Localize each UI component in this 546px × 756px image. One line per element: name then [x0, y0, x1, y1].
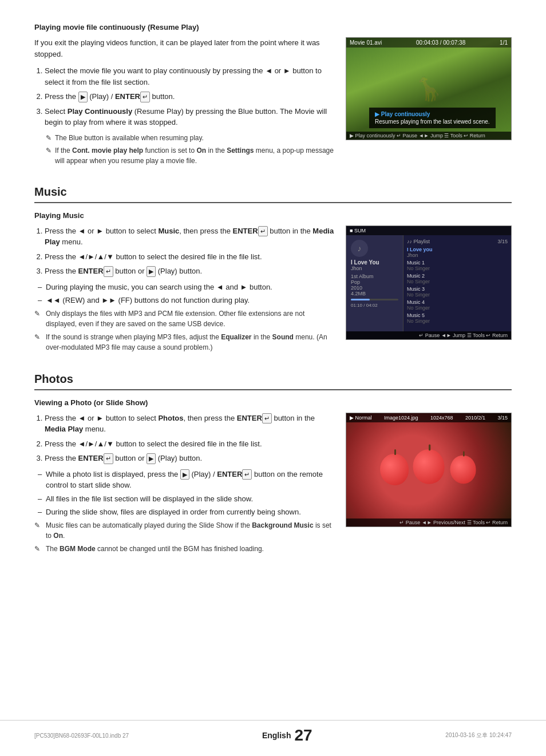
music-playlist-title-3: Music 2	[407, 273, 508, 279]
music-playlist-item-4: Music 3 No Singer	[407, 286, 508, 298]
music-playlist-sub-3: No Singer	[407, 279, 508, 284]
movie-screen-bar: Movie 01.avi 00:04:03 / 00:07:38 1/1	[346, 38, 511, 48]
music-note-visual: ♪	[351, 240, 368, 257]
music-playlist-item-3: Music 2 No Singer	[407, 273, 508, 284]
music-playlist-item-6: Music 5 No Singer	[407, 312, 508, 324]
photos-dash-1: While a photo list is displayed, press t…	[34, 469, 334, 491]
music-playlist-sub-2: No Singer	[407, 266, 508, 271]
movie-note-2: If the Cont. movie play help function is…	[34, 145, 334, 166]
photo-controls: ↵ Pause ◄► Previous/Next ☰ Tools ↩ Retur…	[399, 520, 508, 525]
music-playlist-title-1: I Love you	[407, 247, 508, 252]
movie-intro: If you exit the playing videos function,…	[34, 37, 334, 60]
music-playlist-title-5: Music 4	[407, 299, 508, 305]
music-dash-1: During playing the music, you can search…	[34, 282, 334, 293]
music-section-title: Music	[34, 185, 512, 203]
music-steps-list: Press the ◄ or ► button to select Music,…	[34, 225, 334, 277]
photos-section-title: Photos	[34, 373, 512, 390]
photos-dash-3: During the slide show, files are display…	[34, 506, 334, 518]
play-icon3: ▶	[147, 453, 156, 464]
music-playlist-counter: 3/15	[497, 239, 508, 244]
movie-step-3: Select Play Continuously (Resume Play) b…	[45, 106, 334, 128]
movie-popup-title: ▶ Play continuously	[375, 111, 490, 117]
footer-timestamp: 2010-03-16 오후 10:24:47	[445, 731, 512, 739]
music-screen: ■ SUM ♪ I Love You Jhon 1st Album Pop 20…	[346, 225, 512, 340]
photo-date: 2010/2/1	[465, 415, 485, 421]
movie-step-2: Press the ▶ (Play) / ENTER↵ button.	[45, 91, 334, 102]
music-size: 4.2MB	[351, 291, 398, 296]
photos-dash-2: All files in the file list section will …	[34, 493, 334, 505]
music-sum-label: ■ SUM	[350, 228, 366, 233]
music-note-1: Only displays the files with MP3 and PCM…	[34, 308, 334, 329]
photos-steps-list: Press the ◄ or ► button to select Photos…	[34, 413, 334, 464]
page-number: 27	[294, 726, 312, 745]
music-bottom-bar: ↵ Pause ◄► Jump ☰ Tools ↩ Return	[346, 331, 511, 339]
apple-1	[380, 454, 409, 485]
music-time: 01:10 / 04:02	[351, 303, 398, 308]
photo-filename: Image1024.jpg	[384, 415, 418, 421]
music-left-panel: ♪ I Love You Jhon 1st Album Pop 2010 4.2…	[346, 235, 403, 331]
music-dash-2: ◄◄ (REW) and ►► (FF) buttons do not func…	[34, 295, 334, 306]
music-screen-top: ■ SUM	[346, 226, 511, 235]
music-title: I Love You	[351, 259, 398, 266]
music-screenshot: ■ SUM ♪ I Love You Jhon 1st Album Pop 20…	[346, 225, 512, 355]
page-footer: [PC530]BN68-02693F-00L10.indb 27 English…	[0, 720, 546, 745]
movie-screen: Movie 01.avi 00:04:03 / 00:07:38 1/1 🦒 ▶…	[346, 37, 512, 140]
music-step-3: Press the ENTER↵ button or ▶ (Play) butt…	[45, 266, 334, 277]
music-step-1: Press the ◄ or ► button to select Music,…	[45, 225, 334, 248]
movie-note-1: The Blue button is available when resumi…	[34, 133, 334, 143]
photo-screen: ▶ Normal Image1024.jpg 1024x768 2010/2/1…	[346, 413, 512, 527]
movie-popup-text: Resumes playing from the last viewed sce…	[375, 118, 490, 125]
movie-controls: ▶ Play continuously ↵ Pause ◄► Jump ☰ To…	[350, 133, 485, 138]
music-playlist-title-4: Music 3	[407, 286, 508, 292]
apple-3	[450, 456, 476, 484]
play-button-icon: ▶	[78, 92, 88, 102]
photos-step-2: Press the ◄/►/▲/▼ button to select the d…	[45, 438, 334, 450]
enter-icon4: ↵	[262, 413, 272, 424]
music-playlist-item-1: I Love you Jhon	[407, 247, 508, 258]
movie-steps-list: Select the movie file you want to play c…	[34, 65, 334, 128]
movie-section: Playing movie file continuously (Resume …	[34, 23, 512, 168]
photo-mode: ▶ Normal	[350, 415, 372, 421]
movie-timecode: 00:04:03 / 00:07:38	[416, 39, 465, 46]
music-album-label: 1st Album	[351, 274, 398, 279]
music-genre: Pop	[351, 279, 398, 285]
music-playlist-sub-5: No Singer	[407, 305, 508, 311]
photo-bottom-bar: ↵ Pause ◄► Previous/Next ☰ Tools ↩ Retur…	[346, 518, 511, 527]
music-screen-body: ♪ I Love You Jhon 1st Album Pop 2010 4.2…	[346, 235, 511, 331]
movie-filename: Movie 01.avi	[350, 39, 382, 46]
music-year: 2010	[351, 285, 398, 291]
photos-step-3: Press the ENTER↵ button or ▶ (Play) butt…	[45, 453, 334, 464]
movie-counter: 1/1	[500, 39, 508, 46]
photo-resolution: 1024x768	[430, 415, 453, 421]
music-playlist-header: ♪♪ Playlist 3/15	[407, 239, 508, 244]
page-language: English	[262, 731, 291, 740]
photo-counter: 3/15	[497, 415, 508, 421]
enter-icon6: ↵	[242, 469, 252, 480]
movie-step-1: Select the movie file you want to play c…	[45, 65, 334, 88]
enter-icon5: ↵	[104, 453, 113, 464]
music-playlist-sub-4: No Singer	[407, 292, 508, 298]
movie-text-col: If you exit the playing videos function,…	[34, 37, 334, 168]
music-artist: Jhon	[351, 266, 398, 271]
footer-file-info: [PC530]BN68-02693F-00L10.indb 27	[34, 733, 129, 739]
music-note-2: If the sound is strange when playing MP3…	[34, 332, 334, 353]
photo-screen-bar: ▶ Normal Image1024.jpg 1024x768 2010/2/1…	[346, 413, 511, 422]
page-number-box: English 27	[262, 726, 312, 745]
music-controls: ↵ Pause ◄► Jump ☰ Tools ↩ Return	[419, 333, 508, 338]
movie-popup: ▶ Play continuously Resumes playing from…	[369, 108, 496, 128]
music-text-col: Press the ◄ or ► button to select Music,…	[34, 225, 334, 355]
apple-2	[413, 449, 445, 484]
music-playlist-item-5: Music 4 No Singer	[407, 299, 508, 311]
photos-screenshot: ▶ Normal Image1024.jpg 1024x768 2010/2/1…	[346, 413, 512, 557]
music-progress-bar	[351, 299, 398, 300]
music-playlist-title-6: Music 5	[407, 312, 508, 318]
music-step-2: Press the ◄/►/▲/▼ button to select the d…	[45, 251, 334, 263]
movie-bottom-bar: ▶ Play continuously ↵ Pause ◄► Jump ☰ To…	[346, 132, 511, 140]
enter-icon3: ↵	[104, 266, 113, 277]
photos-subsection-title: Viewing a Photo (or Slide Show)	[34, 398, 512, 407]
music-playlist-sub-1: Jhon	[407, 252, 508, 258]
music-right-panel: ♪♪ Playlist 3/15 I Love you Jhon Music 1…	[403, 235, 511, 331]
photos-note-1: Music files can be automatically played …	[34, 520, 334, 541]
music-playlist-label: ♪♪ Playlist	[407, 239, 430, 244]
play-icon2: ▶	[147, 266, 156, 277]
